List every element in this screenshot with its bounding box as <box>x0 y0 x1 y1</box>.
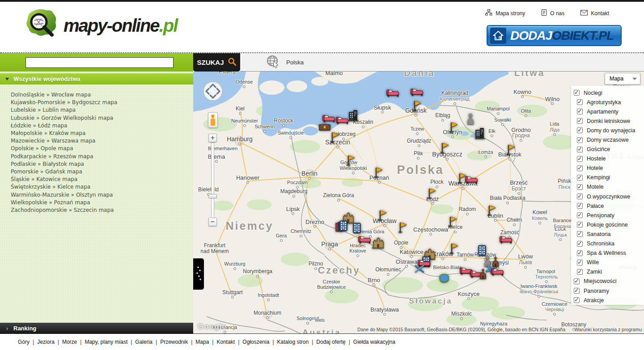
chest-marker-icon[interactable] <box>319 122 330 131</box>
film-marker-icon[interactable] <box>352 222 362 234</box>
flag-marker-icon[interactable] <box>426 187 437 199</box>
filter-label[interactable]: O.wypoczynkowe <box>587 194 630 200</box>
flag-marker-icon[interactable] <box>448 121 459 133</box>
filter-label[interactable]: Sanatoria <box>587 231 611 237</box>
filter-label[interactable]: Domy wczasowe <box>587 137 629 143</box>
filter-label[interactable]: Gościńce <box>587 146 610 152</box>
dodaj-obiekt-banner[interactable]: DODAJOBIEKT.PL <box>487 25 622 46</box>
flag-marker-icon[interactable] <box>329 131 340 143</box>
filter-label[interactable]: Motele <box>587 184 604 190</box>
google-watermark[interactable]: Google <box>198 322 227 331</box>
checkbox[interactable] <box>577 203 583 209</box>
filter-label[interactable]: Schroniska <box>587 240 614 247</box>
filter-label[interactable]: Noclegi <box>584 90 602 96</box>
flag-marker-icon[interactable] <box>397 221 408 233</box>
flag-marker-icon[interactable] <box>447 215 458 228</box>
filter-label[interactable]: Pensjonaty <box>587 212 614 219</box>
filter-label[interactable]: Atrakcje <box>584 297 604 304</box>
voivodeship-link[interactable]: Warmińsko-Mazurskie » Olsztyn mapa <box>11 191 193 199</box>
voivodeship-link[interactable]: Śląskie » Katowice mapa <box>11 176 193 183</box>
region-selector[interactable]: Polska <box>240 53 644 72</box>
filter-label[interactable]: Zamki <box>587 269 602 275</box>
zoom-in-button[interactable]: + <box>208 134 217 142</box>
flag-marker-icon[interactable] <box>345 154 356 166</box>
bed-marker-icon[interactable] <box>499 235 513 244</box>
voivodeship-link[interactable]: Pomorskie » Gdańsk mapa <box>11 168 193 176</box>
filter-label[interactable]: Pokoje gościnne <box>587 222 628 228</box>
map-type-dropdown[interactable]: Mapa <box>605 73 640 84</box>
checkbox[interactable] <box>574 297 580 303</box>
bed-marker-icon[interactable] <box>410 87 424 96</box>
filter-label[interactable]: Hotele <box>587 165 603 171</box>
footer-link[interactable]: Dodaj ofertę <box>316 339 345 345</box>
site-logo[interactable]: mapy-online.pl <box>23 7 177 44</box>
checkbox[interactable] <box>574 288 580 294</box>
voivodeship-link[interactable]: Łódzkie » Łódź mapa <box>11 122 193 130</box>
filter-label[interactable]: Wille <box>587 259 599 266</box>
checkbox[interactable] <box>577 241 583 247</box>
map-terms-link[interactable]: Warunki korzystania z programu <box>575 327 642 332</box>
search-input[interactable] <box>25 57 174 68</box>
footer-link[interactable]: Katalog stron <box>277 339 309 345</box>
checkbox[interactable] <box>577 212 583 218</box>
pegman-street-view[interactable] <box>208 112 218 128</box>
sidebar-collapse-tab[interactable] <box>193 258 204 290</box>
voivodeship-link[interactable]: Małopolskie » Kraków mapa <box>11 130 193 137</box>
nav-about-link[interactable]: O nas <box>541 9 564 17</box>
bed-marker-icon[interactable] <box>465 175 478 184</box>
ranking-header[interactable]: › Ranking <box>0 323 193 334</box>
voivodeship-link[interactable]: Kujawsko-Pomorskie » Bydgoszcz mapa <box>11 99 193 106</box>
checkbox[interactable] <box>577 165 583 171</box>
voivodeship-link[interactable]: Podlaskie » Białystok mapa <box>11 160 193 168</box>
voivodeship-link[interactable]: Dolnośląskie » Wrocław mapa <box>11 91 193 99</box>
footer-link[interactable]: Morze <box>62 339 77 345</box>
checkbox[interactable] <box>577 109 583 114</box>
checkbox[interactable] <box>574 278 580 284</box>
voivodeship-link[interactable]: Opolskie » Opole mapa <box>11 145 193 152</box>
map-pan-control[interactable] <box>203 81 223 101</box>
building-marker-icon[interactable] <box>348 110 359 121</box>
checkbox[interactable] <box>577 222 583 228</box>
person-marker-icon[interactable] <box>466 113 475 124</box>
zoom-slider-handle[interactable] <box>208 194 217 198</box>
filter-label[interactable]: Pałace <box>587 203 604 209</box>
bed-marker-icon[interactable] <box>358 235 371 244</box>
filter-label[interactable]: Apartamenty <box>587 109 619 115</box>
checkbox[interactable] <box>577 194 583 199</box>
nav-sitemap-link[interactable]: Mapa strony <box>485 9 525 17</box>
footer-link[interactable]: Przewodnik <box>160 339 188 345</box>
flag-marker-icon[interactable] <box>377 209 388 221</box>
footer-link[interactable]: Góry <box>18 339 30 345</box>
filter-label[interactable]: Domy do wynajęcia <box>587 127 635 134</box>
flag-marker-icon[interactable] <box>449 242 459 254</box>
voivodeships-header[interactable]: Wszystkie województwa <box>0 73 193 84</box>
footer-link[interactable]: Giełda wakacyjna <box>353 339 395 345</box>
bed-marker-icon[interactable] <box>386 88 399 97</box>
checkbox[interactable] <box>577 250 583 256</box>
filter-label[interactable]: Spa & Wellness <box>587 250 626 256</box>
footer-link[interactable]: Ogłoszenia <box>242 339 269 345</box>
filter-label[interactable]: Hostele <box>587 156 606 162</box>
checkbox[interactable] <box>577 260 583 266</box>
voivodeship-link[interactable]: Świętokrzyskie » Kielce mapa <box>11 183 193 191</box>
filter-label[interactable]: Domki letniskowe <box>587 118 630 124</box>
voivodeship-link[interactable]: Mazowieckie » Warszawa mapa <box>11 137 193 145</box>
checkbox[interactable] <box>577 184 583 190</box>
nav-contact-link[interactable]: Kontakt <box>580 9 609 17</box>
flag-marker-icon[interactable] <box>486 204 497 216</box>
ski-marker-icon[interactable] <box>415 264 424 274</box>
checkbox[interactable] <box>577 137 583 143</box>
footer-link[interactable]: Mapy, plany miast <box>85 339 127 345</box>
map-canvas[interactable]: DaniaLitwaPolskaNiemcyCzechySłowacjaAust… <box>193 72 644 334</box>
checkbox[interactable] <box>577 127 583 133</box>
filter-label[interactable]: Agroturystyka <box>587 99 621 105</box>
church-marker-icon[interactable] <box>479 268 487 279</box>
lake-marker-icon[interactable] <box>438 273 450 283</box>
search-button[interactable]: SZUKAJ <box>193 53 240 72</box>
filter-label[interactable]: Panoramy <box>584 288 609 294</box>
checkbox[interactable] <box>577 175 583 181</box>
castle-marker-icon[interactable] <box>372 237 384 249</box>
film-marker-icon[interactable] <box>339 220 348 232</box>
flag-marker-icon[interactable] <box>505 143 516 156</box>
zoom-slider-track[interactable] <box>211 142 214 218</box>
